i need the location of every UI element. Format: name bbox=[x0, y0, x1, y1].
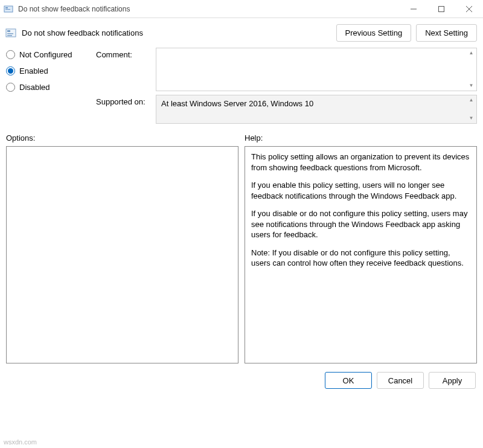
next-setting-button[interactable]: Next Setting bbox=[416, 24, 477, 42]
svg-rect-4 bbox=[439, 7, 444, 12]
comment-label: Comment: bbox=[96, 48, 153, 91]
policy-app-icon bbox=[4, 4, 13, 14]
watermark: wsxdn.com bbox=[4, 438, 37, 446]
help-paragraph: Note: If you disable or do not configure… bbox=[251, 248, 470, 269]
scroll-up-icon[interactable]: ▲ bbox=[466, 48, 476, 58]
options-pane[interactable] bbox=[6, 146, 238, 363]
help-label: Help: bbox=[245, 133, 477, 142]
svg-rect-10 bbox=[7, 35, 12, 36]
help-paragraph: If you disable or do not configure this … bbox=[251, 208, 470, 240]
radio-enabled-label: Enabled bbox=[19, 66, 48, 75]
radio-disabled[interactable]: Disabled bbox=[6, 83, 94, 92]
help-pane: This policy setting allows an organizati… bbox=[245, 146, 477, 363]
supported-label: Supported on: bbox=[96, 91, 153, 124]
previous-setting-button[interactable]: Previous Setting bbox=[336, 24, 412, 42]
svg-rect-8 bbox=[7, 30, 10, 32]
options-label: Options: bbox=[6, 133, 238, 142]
svg-rect-9 bbox=[7, 33, 13, 34]
supported-on-value: At least Windows Server 2016, Windows 10 bbox=[161, 99, 313, 108]
window-title: Do not show feedback notifications bbox=[18, 5, 400, 13]
window-controls bbox=[400, 0, 483, 18]
scroll-up-icon[interactable]: ▲ bbox=[466, 95, 476, 105]
radio-not-configured-input[interactable] bbox=[6, 50, 15, 59]
radio-enabled-input[interactable] bbox=[6, 66, 15, 75]
svg-rect-1 bbox=[5, 7, 8, 8]
policy-icon bbox=[5, 27, 17, 39]
radio-disabled-input[interactable] bbox=[6, 83, 15, 92]
radio-not-configured[interactable]: Not Configured bbox=[6, 50, 94, 59]
cancel-button[interactable]: Cancel bbox=[377, 372, 424, 389]
ok-button[interactable]: OK bbox=[325, 372, 372, 389]
supported-scroll: ▲ ▼ bbox=[466, 95, 476, 123]
policy-name: Do not show feedback notifications bbox=[22, 28, 331, 37]
dialog-buttons: OK Cancel Apply bbox=[0, 363, 483, 389]
supported-on-box: At least Windows Server 2016, Windows 10… bbox=[156, 95, 477, 124]
apply-button[interactable]: Apply bbox=[429, 372, 476, 389]
comment-scroll: ▲ ▼ bbox=[466, 48, 476, 91]
scroll-down-icon[interactable]: ▼ bbox=[466, 81, 476, 91]
scroll-down-icon[interactable]: ▼ bbox=[466, 114, 476, 123]
upper-section: Not Configured Enabled Disabled Comment:… bbox=[0, 45, 483, 124]
header-row: Do not show feedback notifications Previ… bbox=[0, 18, 483, 45]
section-labels: Options: Help: bbox=[0, 124, 483, 146]
radio-not-configured-label: Not Configured bbox=[19, 50, 72, 59]
state-radio-group: Not Configured Enabled Disabled bbox=[6, 48, 94, 124]
panes: This policy setting allows an organizati… bbox=[0, 146, 483, 363]
maximize-button[interactable] bbox=[427, 0, 455, 18]
radio-enabled[interactable]: Enabled bbox=[6, 66, 94, 75]
comment-textarea[interactable]: ▲ ▼ bbox=[156, 48, 477, 91]
svg-rect-2 bbox=[5, 9, 10, 10]
help-paragraph: This policy setting allows an organizati… bbox=[251, 152, 470, 173]
minimize-button[interactable] bbox=[400, 0, 427, 18]
help-paragraph: If you enable this policy setting, users… bbox=[251, 180, 470, 201]
titlebar: Do not show feedback notifications bbox=[0, 0, 483, 18]
close-button[interactable] bbox=[455, 0, 483, 18]
radio-disabled-label: Disabled bbox=[19, 83, 50, 92]
